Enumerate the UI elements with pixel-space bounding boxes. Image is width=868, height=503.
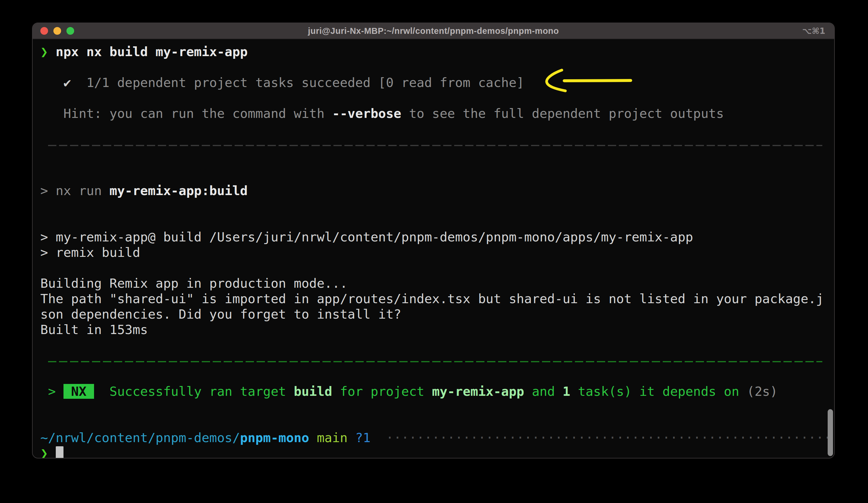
- text-segment: Successfully ran target: [94, 384, 294, 399]
- text-segment: 1/1 dependent project tasks succeeded [0…: [71, 75, 524, 90]
- terminal-line: Building Remix app in production mode...: [40, 275, 834, 291]
- text-segment: my-remix-app: [432, 384, 524, 399]
- text-segment: Built in 153ms: [40, 322, 148, 337]
- window-title: juri@Juri-Nx-MBP:~/nrwl/content/pnpm-dem…: [308, 26, 559, 36]
- separator-line: [40, 353, 834, 368]
- text-segment: >: [40, 384, 63, 399]
- terminal-line: [40, 414, 834, 430]
- terminal-line: > nx run my-remix-app:build: [40, 183, 834, 198]
- terminal-window: juri@Juri-Nx-MBP:~/nrwl/content/pnpm-dem…: [32, 22, 835, 459]
- terminal-line: [40, 368, 834, 384]
- text-segment: (2s): [747, 384, 778, 399]
- window-shortcut-badge: ⌥⌘1: [802, 23, 825, 39]
- terminal-line: [40, 214, 834, 229]
- text-segment: pnpm-mono: [240, 430, 309, 445]
- text-segment: build: [294, 384, 332, 399]
- text-segment: ✔: [40, 75, 71, 90]
- terminal-line: [40, 59, 834, 75]
- text-segment: The path "shared-ui" is imported in app/…: [40, 291, 824, 306]
- text-segment: ❯: [40, 446, 56, 459]
- nx-badge: NX: [63, 384, 94, 399]
- terminal-line: Built in 153ms: [40, 322, 834, 337]
- text-segment: Building Remix app in production mode...: [40, 276, 348, 291]
- text-segment: --verbose: [332, 106, 401, 121]
- terminal-line: > my-remix-app@ build /Users/juri/nrwl/c…: [40, 229, 834, 245]
- text-segment: Hint: you can run the command with: [40, 106, 332, 121]
- window-titlebar[interactable]: juri@Juri-Nx-MBP:~/nrwl/content/pnpm-dem…: [33, 23, 834, 39]
- text-segment: ········································…: [386, 430, 835, 445]
- terminal-line: [40, 260, 834, 275]
- text-segment: ?1: [355, 430, 371, 445]
- text-segment: task(s) it depends on: [570, 384, 747, 399]
- text-segment: [371, 430, 386, 445]
- terminal-line: [40, 399, 834, 414]
- terminal-body[interactable]: ❯ npx nx build my-remix-app ✔ 1/1 depend…: [33, 39, 834, 458]
- separator-rule: [48, 361, 822, 362]
- terminal-line: [40, 152, 834, 168]
- text-segment: main: [309, 430, 355, 445]
- separator-line: [40, 137, 834, 152]
- screenshot-root: { "window": { "title": "juri@Juri-Nx-MBP…: [0, 0, 868, 503]
- terminal-line: [40, 168, 834, 183]
- terminal-line: [40, 90, 834, 106]
- text-segment: son dependencies. Did you forget to inst…: [40, 307, 401, 322]
- terminal-line: Hint: you can run the command with --ver…: [40, 106, 834, 121]
- terminal-line: [40, 337, 834, 353]
- terminal-line: > remix build: [40, 245, 834, 260]
- terminal-line: The path "shared-ui" is imported in app/…: [40, 291, 834, 306]
- terminal-line: ✔ 1/1 dependent project tasks succeeded …: [40, 75, 834, 90]
- terminal-line: ❯: [40, 445, 834, 459]
- text-segment: to see the full dependent project output…: [401, 106, 724, 121]
- text-segment: > nx run: [40, 183, 110, 198]
- scrollbar-thumb[interactable]: [828, 409, 833, 456]
- separator-rule: [48, 145, 822, 146]
- terminal-line: son dependencies. Did you forget to inst…: [40, 306, 834, 322]
- text-segment: > my-remix-app@ build /Users/juri/nrwl/c…: [40, 230, 693, 244]
- text-segment: and: [524, 384, 562, 399]
- text-segment: 1: [562, 384, 570, 399]
- text-segment: my-remix-app:build: [110, 183, 248, 198]
- zoom-button[interactable]: [66, 27, 74, 35]
- terminal-cursor: [56, 446, 63, 459]
- close-button[interactable]: [40, 27, 48, 35]
- text-segment: npx nx build my-remix-app: [56, 44, 248, 59]
- text-segment: ❯: [40, 44, 56, 59]
- terminal-line: ~/nrwl/content/pnpm-demos/pnpm-mono main…: [40, 430, 834, 445]
- terminal-line: [40, 121, 834, 137]
- text-segment: > remix build: [40, 245, 140, 260]
- terminal-line: ❯ npx nx build my-remix-app: [40, 44, 834, 59]
- traffic-lights: [40, 23, 74, 39]
- terminal-line: > NX Successfully ran target build for p…: [40, 384, 834, 399]
- minimize-button[interactable]: [53, 27, 61, 35]
- terminal-line: [40, 198, 834, 214]
- text-segment: ~/nrwl/content/pnpm-demos/: [40, 430, 240, 445]
- text-segment: for project: [332, 384, 432, 399]
